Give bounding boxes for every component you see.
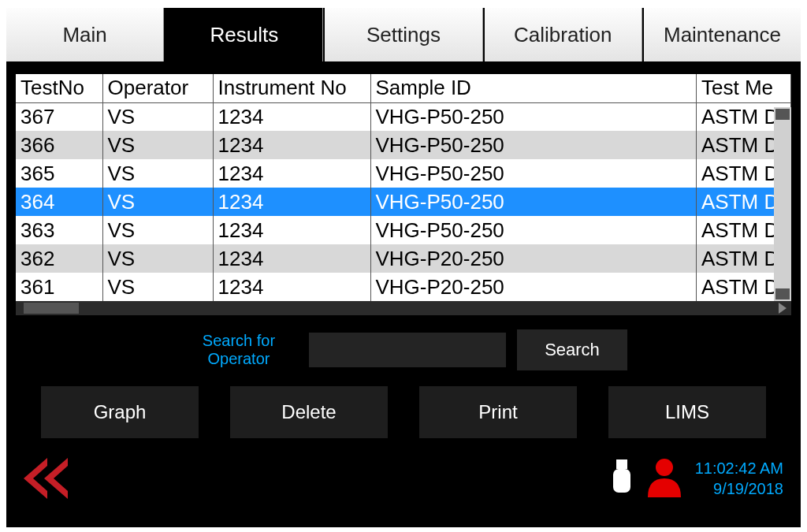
table-row[interactable]: 364VS1234VHG-P50-250ASTM D xyxy=(16,188,791,216)
user-icon[interactable] xyxy=(645,456,684,500)
cell-testno: 362 xyxy=(16,244,102,273)
col-instrument[interactable]: Instrument No xyxy=(213,74,370,102)
horizontal-scrollbar[interactable] xyxy=(16,301,791,315)
search-button[interactable]: Search xyxy=(517,329,627,370)
search-input[interactable] xyxy=(309,333,506,367)
col-method[interactable]: Test Me xyxy=(697,74,791,102)
svg-marker-1 xyxy=(44,458,68,499)
svg-point-4 xyxy=(656,459,673,476)
cell-sample: VHG-P20-250 xyxy=(370,273,697,301)
table-header-row: TestNo Operator Instrument No Sample ID … xyxy=(16,74,791,102)
cell-instrument: 1234 xyxy=(213,244,370,273)
cell-instrument: 1234 xyxy=(213,188,370,216)
cell-sample: VHG-P50-250 xyxy=(370,188,697,216)
cell-sample: VHG-P50-250 xyxy=(370,216,697,244)
cell-sample: VHG-P50-250 xyxy=(370,159,697,188)
cell-testno: 367 xyxy=(16,102,102,131)
cell-sample: VHG-P50-250 xyxy=(370,131,697,159)
cell-instrument: 1234 xyxy=(213,159,370,188)
col-sample[interactable]: Sample ID xyxy=(370,74,697,102)
cell-instrument: 1234 xyxy=(213,102,370,131)
table-row[interactable]: 365VS1234VHG-P50-250ASTM D xyxy=(16,159,791,188)
back-chevrons-icon[interactable] xyxy=(16,458,79,499)
cell-sample: VHG-P50-250 xyxy=(370,102,697,131)
table-row[interactable]: 362VS1234VHG-P20-250ASTM D xyxy=(16,244,791,273)
tab-settings[interactable]: Settings xyxy=(325,8,482,61)
tab-calibration[interactable]: Calibration xyxy=(485,8,642,61)
graph-button[interactable]: Graph xyxy=(41,386,199,438)
svg-rect-2 xyxy=(616,459,627,469)
cell-testno: 364 xyxy=(16,188,102,216)
svg-marker-0 xyxy=(24,458,47,499)
tab-results[interactable]: Results xyxy=(165,8,323,61)
table-row[interactable]: 361VS1234VHG-P20-250ASTM D xyxy=(16,273,791,301)
footer-time: 11:02:42 AM xyxy=(695,458,783,478)
delete-button[interactable]: Delete xyxy=(230,386,388,438)
cell-operator: VS xyxy=(102,131,213,159)
col-operator[interactable]: Operator xyxy=(102,74,213,102)
search-label: Search for Operator xyxy=(180,332,298,368)
cell-operator: VS xyxy=(102,102,213,131)
vertical-scrollbar[interactable] xyxy=(774,107,791,301)
cell-operator: VS xyxy=(102,159,213,188)
cell-sample: VHG-P20-250 xyxy=(370,244,697,273)
print-button[interactable]: Print xyxy=(419,386,577,438)
cell-testno: 365 xyxy=(16,159,102,188)
cell-operator: VS xyxy=(102,188,213,216)
cell-testno: 366 xyxy=(16,131,102,159)
cell-instrument: 1234 xyxy=(213,273,370,301)
usb-icon xyxy=(610,458,634,499)
cell-operator: VS xyxy=(102,216,213,244)
cell-operator: VS xyxy=(102,244,213,273)
cell-instrument: 1234 xyxy=(213,216,370,244)
cell-instrument: 1234 xyxy=(213,131,370,159)
table-row[interactable]: 366VS1234VHG-P50-250ASTM D xyxy=(16,131,791,159)
table-row[interactable]: 363VS1234VHG-P50-250ASTM D xyxy=(16,216,791,244)
table-row[interactable]: 367VS1234VHG-P50-250ASTM D xyxy=(16,102,791,131)
nav-tabs: Main Results Settings Calibration Mainte… xyxy=(6,8,801,61)
cell-testno: 363 xyxy=(16,216,102,244)
tab-main[interactable]: Main xyxy=(6,8,164,61)
lims-button[interactable]: LIMS xyxy=(608,386,766,438)
cell-operator: VS xyxy=(102,273,213,301)
cell-testno: 361 xyxy=(16,273,102,301)
tab-maintenance[interactable]: Maintenance xyxy=(644,8,801,61)
svg-rect-3 xyxy=(613,469,630,493)
footer-date: 9/19/2018 xyxy=(695,478,783,499)
results-table: TestNo Operator Instrument No Sample ID … xyxy=(16,74,791,301)
col-testno[interactable]: TestNo xyxy=(16,74,102,102)
